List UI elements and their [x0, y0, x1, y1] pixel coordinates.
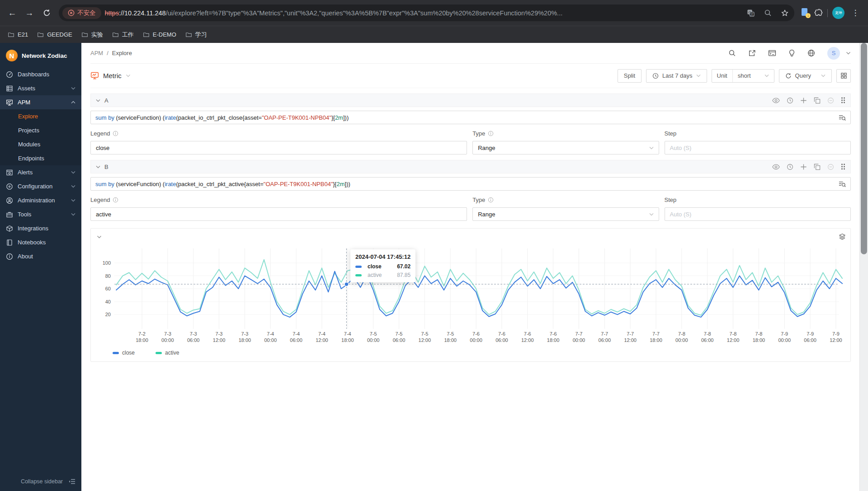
unit-select[interactable]: short: [733, 70, 774, 82]
section-collapse-icon[interactable]: [96, 99, 100, 102]
step-input[interactable]: Auto (S): [665, 141, 851, 154]
extensions-icon[interactable]: [814, 9, 823, 17]
breadcrumb-apm[interactable]: APM: [90, 50, 103, 56]
type-label: Type: [472, 130, 659, 137]
address-bar[interactable]: 不安全 https://10.224.11.248/ui/explore?lef…: [59, 5, 794, 21]
step-input[interactable]: Auto (S): [665, 207, 851, 221]
add-query-icon[interactable]: [800, 164, 807, 170]
svg-text:7-3: 7-3: [216, 331, 223, 337]
forward-button[interactable]: →: [22, 5, 37, 21]
drag-handle-icon[interactable]: [841, 97, 845, 103]
lightbulb-icon[interactable]: [788, 49, 795, 57]
svg-text:00:00: 00:00: [264, 337, 277, 343]
reload-button[interactable]: [39, 5, 54, 21]
chart-svg[interactable]: 204060801007-218:007-300:007-306:007-312…: [91, 242, 845, 347]
add-query-icon[interactable]: [800, 97, 807, 104]
legend-item-active[interactable]: active: [156, 350, 179, 356]
sidebar-item-apm[interactable]: APM: [0, 95, 81, 109]
layout-grid-button[interactable]: [836, 69, 851, 83]
svg-text:7-8: 7-8: [755, 331, 762, 337]
query-section-b: B sum by (serviceFunction) (irate(packet…: [90, 160, 851, 221]
bookmark-star-icon[interactable]: [778, 6, 792, 20]
legend-input[interactable]: active: [90, 207, 467, 221]
sidebar-item-about[interactable]: About: [0, 249, 81, 263]
legend-item-close[interactable]: close: [113, 350, 135, 356]
svg-text:18:00: 18:00: [650, 337, 662, 343]
scrollbar-thumb[interactable]: [861, 43, 867, 254]
svg-text:7-8: 7-8: [704, 331, 711, 337]
drag-handle-icon[interactable]: [841, 164, 845, 170]
back-button[interactable]: ←: [5, 5, 20, 21]
bookmark-item[interactable]: 实验: [77, 28, 107, 41]
history-icon[interactable]: [787, 97, 793, 104]
metrics-browser-icon[interactable]: [838, 181, 846, 187]
type-select[interactable]: Range: [472, 207, 659, 221]
metric-selector[interactable]: Metric: [90, 71, 131, 80]
browser-profile-avatar[interactable]: 龙坤: [832, 7, 844, 19]
remove-query-icon[interactable]: [827, 164, 834, 170]
sidebar-item-alerts[interactable]: Alerts: [0, 165, 81, 179]
visibility-icon[interactable]: [772, 164, 780, 170]
breadcrumb: APM / Explore: [90, 50, 132, 56]
sidebar-item-integrations[interactable]: Integrations: [0, 221, 81, 235]
svg-text:7-7: 7-7: [575, 331, 582, 337]
sidebar-item-administration[interactable]: Administration: [0, 193, 81, 207]
query-expression-input[interactable]: sum by (serviceFunction) (irate(packet_i…: [90, 177, 851, 191]
svg-text:7-7: 7-7: [601, 331, 608, 337]
download-extension-icon[interactable]: ↓: [801, 8, 810, 18]
svg-text:12:00: 12:00: [213, 337, 226, 343]
translate-icon[interactable]: G文: [744, 6, 757, 20]
zoom-page-icon[interactable]: [761, 6, 774, 20]
user-avatar[interactable]: S: [827, 47, 840, 60]
legend-input[interactable]: close: [90, 141, 467, 154]
svg-text:7-6: 7-6: [498, 331, 505, 337]
remove-query-icon[interactable]: [827, 97, 834, 104]
sidebar-item-projects[interactable]: Projects: [0, 123, 81, 137]
sidebar-item-endpoints[interactable]: Endpoints: [0, 151, 81, 165]
sidebar-item-notebooks[interactable]: Notebooks: [0, 235, 81, 249]
divider: [827, 9, 828, 17]
type-select[interactable]: Range: [472, 141, 659, 154]
breadcrumb-explore: Explore: [112, 50, 132, 56]
external-link-icon[interactable]: [748, 49, 756, 57]
globe-icon[interactable]: [807, 49, 815, 57]
search-icon[interactable]: [728, 49, 736, 57]
query-expression-input[interactable]: sum by (serviceFunction) (irate(packet_i…: [90, 111, 851, 124]
console-icon[interactable]: [768, 49, 776, 57]
duplicate-icon[interactable]: [814, 97, 821, 104]
bookmark-item[interactable]: E-DEMO: [139, 29, 180, 40]
split-button[interactable]: Split: [618, 69, 642, 83]
sidebar-item-assets[interactable]: Assets: [0, 81, 81, 95]
sidebar-item-configuration[interactable]: Configuration: [0, 179, 81, 193]
svg-text:7-4: 7-4: [318, 331, 326, 337]
browser-menu-icon[interactable]: ⋮: [849, 8, 862, 18]
sidebar-item-explore[interactable]: Explore: [0, 109, 81, 123]
bookmark-item[interactable]: E21: [4, 29, 32, 40]
layers-icon[interactable]: [839, 233, 846, 240]
active-swatch: [355, 274, 362, 276]
svg-text:18:00: 18:00: [239, 337, 251, 343]
history-icon[interactable]: [787, 164, 793, 170]
sidebar-item-dashboards[interactable]: Dashboards: [0, 67, 81, 81]
time-range-select[interactable]: Last 7 days: [646, 69, 707, 83]
browser-toolbar: ← → 不安全 https://10.224.11.248/ui/explore…: [0, 0, 868, 26]
query-header: A: [90, 94, 851, 107]
section-collapse-icon[interactable]: [96, 165, 100, 168]
chevron-down-icon: [126, 74, 131, 77]
query-button[interactable]: Query: [779, 69, 832, 83]
chevron-down-icon[interactable]: [846, 51, 851, 55]
url-text: https://10.224.11.248/ui/explore?left=%7…: [105, 9, 741, 17]
sidebar-item-tools[interactable]: Tools: [0, 207, 81, 221]
page-scrollbar[interactable]: [859, 43, 868, 491]
chevron-down-icon: [649, 146, 654, 150]
bookmark-item[interactable]: 工作: [108, 28, 138, 41]
duplicate-icon[interactable]: [814, 164, 821, 170]
security-badge[interactable]: 不安全: [62, 7, 101, 19]
bookmark-item[interactable]: 学习: [181, 28, 211, 41]
visibility-icon[interactable]: [772, 98, 780, 103]
bookmark-item[interactable]: GEEDGE: [33, 29, 76, 40]
sidebar-item-modules[interactable]: Modules: [0, 137, 81, 151]
metrics-browser-icon[interactable]: [838, 114, 846, 121]
panel-collapse-icon[interactable]: [97, 235, 102, 238]
collapse-sidebar-button[interactable]: Collapse sidebar: [0, 472, 81, 491]
